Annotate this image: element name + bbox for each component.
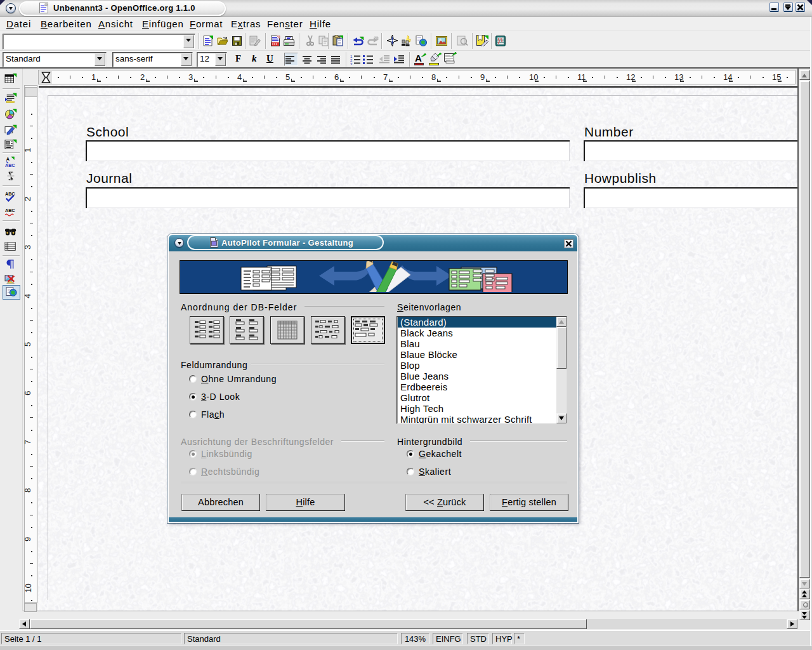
svg-text:A: A [6,156,10,162]
svg-text:ABC: ABC [5,208,15,213]
svg-text:ABC: ABC [5,162,15,168]
svg-text:3: 3 [350,62,353,65]
